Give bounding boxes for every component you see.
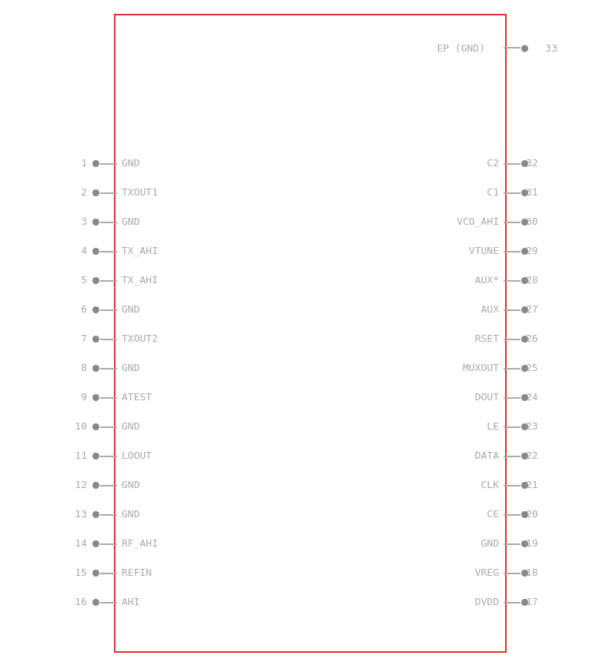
right-pin-num-17: 17 [526, 596, 547, 607]
right-pin-label-18: VREG [475, 567, 499, 578]
ep-pin-label: EP (GND) [437, 42, 485, 54]
left-pin-line-16 [100, 602, 117, 603]
left-pin-num-2: 2 [65, 186, 87, 198]
left-pin-line-4 [100, 251, 117, 252]
left-pin-label-5: TX_AHI [122, 274, 158, 286]
right-pin-line-18 [504, 573, 521, 574]
left-pin-line-5 [100, 280, 117, 282]
right-pin-num-32: 32 [526, 157, 547, 169]
right-pin-line-19 [504, 543, 521, 545]
right-pin-line-30 [504, 222, 521, 223]
left-pin-num-15: 15 [65, 567, 87, 578]
right-pin-line-20 [504, 514, 521, 516]
left-pin-label-11: LOOUT [122, 450, 152, 461]
right-pin-num-27: 27 [526, 303, 547, 315]
left-pin-num-7: 7 [65, 333, 87, 344]
right-pin-line-28 [504, 280, 521, 282]
left-pin-line-1 [100, 163, 117, 165]
left-pin-num-12: 12 [65, 479, 87, 490]
right-pin-num-30: 30 [526, 216, 547, 227]
left-pin-dot-13 [92, 511, 99, 518]
right-pin-label-31: C1 [487, 186, 499, 198]
left-pin-line-9 [100, 397, 117, 399]
left-pin-num-10: 10 [65, 420, 87, 432]
ic-body: EP (GND)33GND1TXOUT12GND3TX_AHI4TX_AHI5G… [114, 14, 507, 653]
right-pin-line-25 [504, 368, 521, 369]
right-pin-num-29: 29 [526, 245, 547, 256]
right-pin-line-17 [504, 602, 521, 603]
left-pin-label-9: ATEST [122, 391, 152, 403]
left-pin-dot-16 [92, 599, 99, 606]
right-pin-label-30: VCO_AHI [457, 216, 499, 227]
left-pin-dot-2 [92, 189, 99, 196]
left-pin-dot-6 [92, 306, 99, 313]
right-pin-num-25: 25 [526, 362, 547, 373]
left-pin-line-3 [100, 222, 117, 223]
right-pin-line-27 [504, 309, 521, 311]
right-pin-label-24: DOUT [475, 391, 499, 403]
left-pin-label-8: GND [122, 362, 139, 373]
right-pin-label-29: VTUNE [469, 245, 499, 256]
left-pin-dot-10 [92, 423, 99, 430]
left-pin-num-8: 8 [65, 362, 87, 373]
right-pin-label-32: C2 [487, 157, 499, 169]
right-pin-label-19: GND [481, 537, 499, 549]
right-pin-label-26: RSET [475, 333, 499, 344]
left-pin-num-13: 13 [65, 508, 87, 520]
left-pin-dot-7 [92, 336, 99, 343]
right-pin-num-26: 26 [526, 333, 547, 344]
left-pin-num-11: 11 [65, 450, 87, 461]
left-pin-line-6 [100, 309, 117, 311]
left-pin-num-9: 9 [65, 391, 87, 403]
left-pin-line-14 [100, 543, 117, 545]
left-pin-dot-12 [92, 482, 99, 489]
left-pin-dot-15 [92, 570, 99, 577]
right-pin-num-21: 21 [526, 479, 547, 490]
right-pin-num-23: 23 [526, 420, 547, 432]
right-pin-line-22 [504, 456, 521, 457]
left-pin-line-11 [100, 456, 117, 457]
left-pin-dot-5 [92, 277, 99, 284]
left-pin-num-14: 14 [65, 537, 87, 549]
left-pin-label-4: TX_AHI [122, 245, 158, 256]
left-pin-label-13: GND [122, 508, 139, 520]
right-pin-num-28: 28 [526, 274, 547, 286]
right-pin-num-22: 22 [526, 450, 547, 461]
left-pin-num-6: 6 [65, 303, 87, 315]
right-pin-line-31 [504, 192, 521, 194]
right-pin-num-19: 19 [526, 537, 547, 549]
right-pin-num-24: 24 [526, 391, 547, 403]
right-pin-line-23 [504, 426, 521, 428]
left-pin-label-1: GND [122, 157, 139, 169]
ep-pin-dot [521, 45, 528, 52]
left-pin-dot-1 [92, 160, 99, 167]
left-pin-label-6: GND [122, 303, 139, 315]
left-pin-num-16: 16 [65, 596, 87, 607]
left-pin-line-7 [100, 339, 117, 340]
right-pin-label-20: CE [487, 508, 499, 520]
right-pin-num-20: 20 [526, 508, 547, 520]
left-pin-label-14: RF_AHI [122, 537, 158, 549]
right-pin-label-23: LE [487, 420, 499, 432]
left-pin-label-15: REFIN [122, 567, 152, 578]
left-pin-line-2 [100, 192, 117, 194]
left-pin-line-15 [100, 573, 117, 574]
left-pin-label-2: TXOUT1 [122, 186, 158, 198]
right-pin-line-21 [504, 485, 521, 486]
ep-pin-number: 33 [545, 42, 557, 54]
left-pin-num-1: 1 [65, 157, 87, 169]
left-pin-line-8 [100, 368, 117, 369]
right-pin-num-31: 31 [526, 186, 547, 198]
left-pin-num-5: 5 [65, 274, 87, 286]
right-pin-line-24 [504, 397, 521, 399]
right-pin-label-27: AUX [481, 303, 499, 315]
right-pin-num-18: 18 [526, 567, 547, 578]
ep-pin-line [504, 47, 521, 48]
left-pin-dot-3 [92, 219, 99, 226]
right-pin-label-22: DATA [475, 450, 499, 461]
right-pin-label-25: MUXOUT [463, 362, 499, 373]
left-pin-label-3: GND [122, 216, 139, 227]
left-pin-line-10 [100, 426, 117, 428]
left-pin-line-12 [100, 485, 117, 486]
left-pin-dot-14 [92, 540, 99, 547]
